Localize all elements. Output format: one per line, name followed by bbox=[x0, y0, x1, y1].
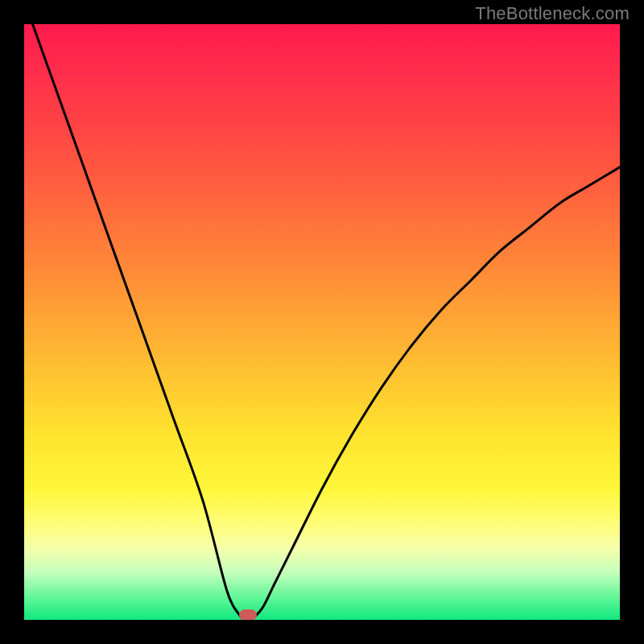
watermark-text: TheBottleneck.com bbox=[475, 3, 630, 24]
bottleneck-curve bbox=[24, 24, 620, 620]
plot-area bbox=[24, 24, 620, 620]
optimal-point-marker bbox=[239, 609, 257, 620]
chart-frame: TheBottleneck.com bbox=[0, 0, 644, 644]
